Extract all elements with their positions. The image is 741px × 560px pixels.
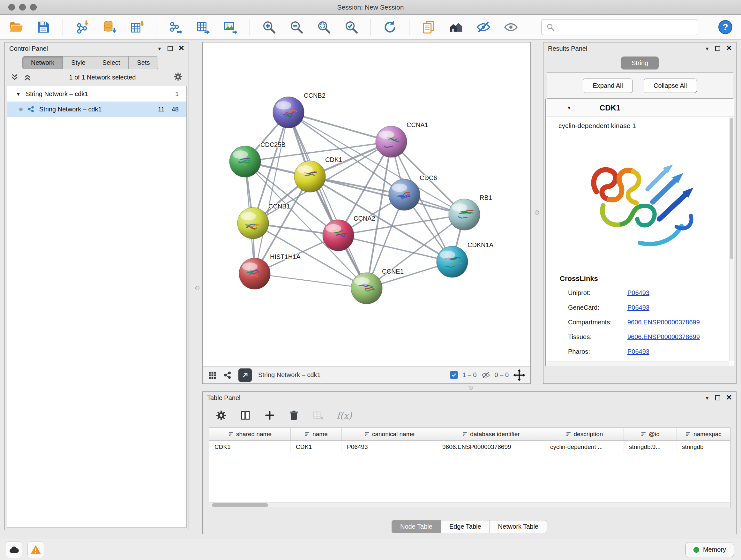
cell-canonical-name[interactable]: P06493 [342,441,437,453]
cell-id[interactable]: stringdb:9... [624,441,677,453]
cell-namespace[interactable]: stringdb [677,441,730,453]
column-header-canonical-name[interactable]: canonical name [342,428,437,440]
collapse-all-button[interactable]: Collapse All [644,78,697,93]
home-button[interactable] [447,18,465,36]
export-table-button[interactable] [194,18,212,36]
global-search-input[interactable] [541,19,698,35]
panel-float-icon[interactable] [167,46,173,51]
memo-button[interactable] [420,18,437,36]
panel-menu-icon[interactable]: ▼ [705,395,710,400]
network-collection-row[interactable]: ▼ String Network – cdk1 1 [7,86,186,102]
splitter-handle[interactable] [195,286,199,290]
collapse-icon[interactable]: ▼ [567,105,571,111]
zoom-out-button[interactable] [287,18,306,36]
network-view-icon[interactable] [223,371,232,380]
panel-menu-icon[interactable]: ▼ [157,46,162,51]
show-columns-button[interactable] [240,410,251,421]
panel-float-icon[interactable] [715,395,720,400]
warnings-button[interactable] [27,542,44,558]
table-settings-button[interactable] [215,410,227,421]
import-network-from-database-button[interactable] [100,18,118,36]
zoom-selected-button[interactable] [342,18,360,36]
save-session-button[interactable] [35,18,52,36]
network-node-CCNA1[interactable]: CCNA1 [376,121,428,158]
zoom-in-button[interactable] [260,18,278,36]
network-node-CCNB1[interactable]: CCNB1 [238,203,290,239]
crosslink-link[interactable]: 9606.ENSP00000378699 [627,319,700,326]
network-node-HIST1H1A[interactable]: HIST1H1A [239,253,300,289]
network-edge[interactable] [255,273,367,288]
network-graph[interactable]: CCNB2CCNA1CDC25BCDK1CDC6RB1CCNB1CCNA2CDK… [203,43,530,366]
grid-view-icon[interactable] [208,371,217,380]
open-session-button[interactable] [7,18,25,36]
export-image-button[interactable] [221,18,239,36]
crosslink-link[interactable]: P06493 [627,289,650,297]
tree-collapse-icon[interactable]: ▼ [16,91,21,97]
cell-name[interactable]: CDK1 [291,441,342,453]
tab-network[interactable]: Network [22,56,63,69]
cell-database-identifier[interactable]: 9606.ENSP00000378699 [437,441,545,453]
horizontal-scrollbar[interactable] [209,502,730,508]
hide-selected-button[interactable] [475,18,492,36]
tab-string[interactable]: String [621,57,659,69]
table-row[interactable]: CDK1 CDK1 P06493 9606.ENSP00000378699 cy… [209,441,730,453]
tab-network-table[interactable]: Network Table [489,520,547,533]
column-header-id[interactable]: @id [624,428,677,440]
chevron-double-up-icon[interactable] [23,73,31,81]
column-header-name[interactable]: name [291,428,342,440]
tab-edge-table[interactable]: Edge Table [441,520,490,533]
column-header-namespace[interactable]: namespac [677,428,730,440]
function-builder-button[interactable]: f(x) [337,410,352,421]
column-header-description[interactable]: description [545,428,624,440]
expand-all-button[interactable]: Expand All [583,78,633,93]
network-node-CCNB2[interactable]: CCNB2 [273,92,326,128]
import-table-button[interactable] [128,18,146,36]
network-edge[interactable] [255,112,288,273]
column-header-shared-name[interactable]: shared name [209,428,291,440]
column-header-database-identifier[interactable]: database identifier [437,428,545,440]
network-options-button[interactable] [173,72,183,83]
cloud-status-button[interactable] [6,542,22,558]
new-network-from-selection-button[interactable] [166,18,185,36]
splitter-handle[interactable] [469,386,473,390]
crosslink-link[interactable]: P06493 [627,348,650,355]
panel-float-icon[interactable] [715,46,720,51]
network-edge[interactable] [338,235,452,262]
horizontal-scrollbar[interactable] [546,361,729,366]
tab-node-table[interactable]: Node Table [392,520,441,533]
chevron-double-down-icon[interactable] [10,73,19,81]
scrollbar-thumb[interactable] [730,118,733,259]
delete-column-button[interactable] [288,410,300,421]
zoom-fit-button[interactable] [315,18,333,36]
crosslink-link[interactable]: P06493 [627,304,650,311]
hidden-eye-slash-icon[interactable] [481,371,490,380]
create-column-button[interactable] [264,410,275,421]
splitter-handle[interactable] [535,210,539,214]
network-node-RB1[interactable]: RB1 [449,194,492,230]
crosslink-link[interactable]: 9606.ENSP00000378699 [627,333,700,341]
tab-select[interactable]: Select [94,56,129,69]
detach-view-button[interactable] [239,368,252,382]
tab-sets[interactable]: Sets [128,56,158,69]
tab-style[interactable]: Style [63,56,94,69]
cell-shared-name[interactable]: CDK1 [209,441,291,453]
network-canvas[interactable]: CCNB2CCNA1CDC25BCDK1CDC6RB1CCNB1CCNA2CDK… [203,43,530,366]
panel-close-icon[interactable]: × [726,43,732,53]
cell-description[interactable]: cyclin-dependent ... [545,441,624,453]
selected-checkbox-icon[interactable] [450,371,458,379]
help-button[interactable]: ? [717,18,734,36]
scrollbar-thumb[interactable] [212,503,268,507]
network-row-selected[interactable]: String Network – cdk1 11 48 [7,102,186,117]
memory-button[interactable]: Memory [685,542,734,557]
show-all-button[interactable] [502,18,520,36]
apply-layout-button[interactable] [381,18,399,36]
network-edge[interactable] [288,112,391,142]
network-node-CDC6[interactable]: CDC6 [389,174,437,210]
vertical-scrollbar[interactable] [729,117,734,361]
birds-eye-move-icon[interactable] [513,369,525,381]
network-edge[interactable] [288,112,367,288]
protein-card-header[interactable]: ▼ CDK1 [546,99,734,117]
import-network-from-file-button[interactable] [73,18,91,36]
panel-menu-icon[interactable]: ▼ [705,46,710,51]
panel-close-icon[interactable]: × [179,43,184,53]
